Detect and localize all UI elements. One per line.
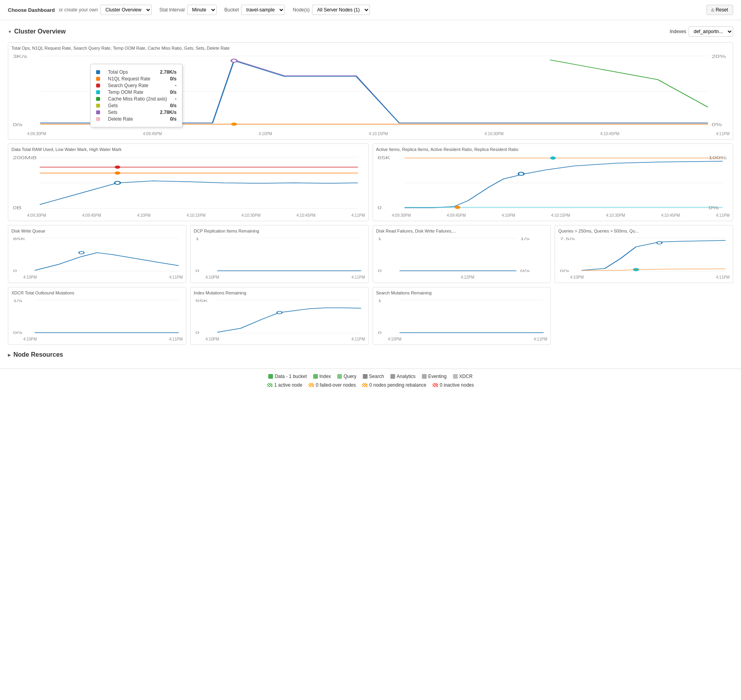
dashboard-select[interactable]: Cluster Overview (100, 5, 152, 15)
node-resources-header[interactable]: ▶ Node Resources (8, 349, 733, 361)
section-title[interactable]: ▼ Cluster Overview (8, 28, 66, 35)
footer-status: 1 active node 0 failed-over nodes 0 node… (8, 382, 733, 388)
x-1: 4:10PM (23, 275, 37, 279)
queries-chart: Queries > 250ms, Queries > 500ms, Qu... … (555, 225, 733, 283)
svg-text:7.5/s: 7.5/s (560, 237, 575, 241)
tooltip-row: Search Query Rate - (96, 83, 176, 88)
tooltip-row: N1QL Request Rate 0/s (96, 76, 176, 82)
index-mutations-svg: 55K 0 (194, 297, 365, 336)
node-resources-section: ▶ Node Resources (8, 349, 733, 361)
legend-analytics-label: Analytics (397, 374, 416, 379)
bucket-select[interactable]: travel-sample (241, 5, 285, 15)
reset-icon: ⎌ (711, 7, 714, 13)
active-items-svg: 65K 0 100% 0% (376, 153, 730, 212)
third-chart-row: Disk Write Queue 85K 0 4:10PM 4:11PM DCP (8, 225, 733, 283)
active-items-chart: Active Items, Replica Items, Active Resi… (373, 143, 734, 221)
svg-text:1: 1 (195, 237, 199, 241)
cluster-overview-section: ▼ Cluster Overview Indexes def_airportn.… (8, 24, 733, 345)
second-chart-row: Data Total RAM Used, Low Water Mark, Hig… (8, 143, 733, 221)
xdcr-chart: XDCR Total Outbound Mutations 1/s 0/s 4:… (8, 287, 186, 345)
disk-rw-chart: Disk Read Failures, Disk Write Failures,… (373, 225, 551, 283)
footer-legend: Data - 1 bucket Index Query Search Analy… (8, 374, 733, 379)
x-label-7: 4:11PM (716, 132, 730, 136)
reset-label: Reset (716, 7, 728, 13)
legend-xdcr-dot (453, 374, 458, 379)
tooltip-item-value: 0/s (170, 103, 176, 108)
legend-query: Query (337, 374, 357, 379)
tooltip-item-value: 0/s (170, 89, 176, 95)
disk-rw-x-axis: 4:12PM (376, 275, 548, 279)
search-mutations-x-axis: 4:10PM 4:11PM (376, 337, 548, 341)
dcp-x-axis: 4:10PM 4:11PM (194, 275, 365, 279)
active-items-title: Active Items, Replica Items, Active Resi… (376, 147, 730, 152)
tooltip-color-dot (96, 97, 100, 101)
failover-node-icon (308, 383, 314, 387)
disk-rw-title: Disk Read Failures, Disk Write Failures,… (376, 229, 548, 233)
tooltip-color-dot (96, 77, 100, 81)
svg-text:0/s: 0/s (13, 123, 22, 127)
tooltip-color-dot (96, 90, 100, 94)
search-mutations-chart: Search Mutations Remaining 1 0 4:10PM 4:… (373, 287, 551, 345)
main-chart-container: 3K/s 0/s 20% 0% Total Ops 2.78K/s N1QL R… (11, 52, 730, 136)
svg-text:0: 0 (377, 206, 381, 210)
tooltip-item-value: 0/s (170, 76, 176, 82)
svg-text:0%: 0% (711, 123, 722, 127)
index-mutations-x-axis: 4:10PM 4:11PM (194, 337, 365, 341)
nodes-select[interactable]: All Server Nodes (1) (312, 5, 370, 15)
svg-text:1/s: 1/s (13, 299, 22, 303)
indexes-select[interactable]: def_airportn... (689, 26, 733, 37)
tooltip-row: Temp OOM Rate 0/s (96, 89, 176, 95)
svg-point-17 (115, 182, 120, 184)
svg-text:0/s: 0/s (560, 269, 569, 273)
x-1: 4:10PM (206, 337, 219, 341)
svg-text:0/s: 0/s (520, 269, 529, 273)
disk-write-chart: Disk Write Queue 85K 0 4:10PM 4:11PM (8, 225, 186, 283)
active-items-x-axis: 4:09:30PM 4:09:45PM 4:10PM 4:10:15PM 4:1… (376, 213, 730, 218)
status-pending: 0 nodes pending rebalance (362, 382, 426, 388)
x-label-3: 4:10PM (258, 132, 272, 136)
svg-point-29 (455, 206, 460, 209)
x-1: 4:10PM (206, 275, 219, 279)
svg-text:100%: 100% (708, 156, 726, 160)
svg-point-4 (232, 60, 236, 62)
tooltip-row: Total Ops 2.78K/s (96, 69, 176, 75)
ram-chart-title: Data Total RAM Used, Low Water Mark, Hig… (11, 147, 365, 152)
index-mutations-area: 55K 0 (194, 297, 365, 336)
ram-chart: Data Total RAM Used, Low Water Mark, Hig… (8, 143, 369, 221)
active-items-area: 65K 0 100% 0% (376, 153, 730, 212)
legend-query-label: Query (344, 374, 357, 379)
bucket-label: Bucket (225, 7, 239, 13)
x-7: 4:11PM (716, 213, 730, 218)
stat-interval-select[interactable]: Minute (187, 5, 217, 15)
tooltip-item-label: Cache Miss Ratio (2nd axis) (108, 96, 167, 102)
bucket-group: Bucket travel-sample (225, 5, 285, 15)
reset-button[interactable]: ⎌ Reset (706, 5, 733, 15)
status-pending-label: 0 nodes pending rebalance (369, 382, 426, 388)
x-3: 4:10PM (137, 213, 150, 218)
svg-point-6 (231, 123, 237, 126)
svg-text:0: 0 (377, 331, 381, 335)
svg-text:0%: 0% (708, 206, 719, 210)
dcp-title: DCP Replication Items Remaining (194, 229, 365, 233)
dcp-svg: 1 0 (194, 235, 365, 274)
svg-text:55K: 55K (195, 299, 208, 303)
status-inactive: 0 inactive nodes (433, 382, 474, 388)
tooltip-item-label: N1QL Request Rate (108, 76, 162, 82)
svg-point-57 (657, 242, 661, 244)
tooltip-item-label: Total Ops (108, 69, 152, 75)
svg-text:3K/s: 3K/s (13, 54, 27, 59)
dcp-chart: DCP Replication Items Remaining 1 0 4:10… (190, 225, 369, 283)
x-1: 4:10PM (388, 337, 401, 341)
x-1: 4:10PM (570, 275, 583, 279)
svg-text:0B: 0B (13, 206, 22, 210)
node-resources-arrow: ▶ (8, 353, 11, 357)
indexes-group: Indexes def_airportn... (670, 26, 733, 37)
tooltip-item-label: Temp OOM Rate (108, 89, 162, 95)
section-header: ▼ Cluster Overview Indexes def_airportn.… (8, 24, 733, 39)
tooltip-item-value: - (175, 96, 176, 102)
x-label-4: 4:10:15PM (369, 132, 388, 136)
collapse-arrow: ▼ (8, 30, 12, 34)
svg-point-18 (115, 166, 120, 169)
legend-search-dot (363, 374, 368, 379)
tooltip-item-value: 2.78K/s (160, 69, 176, 75)
